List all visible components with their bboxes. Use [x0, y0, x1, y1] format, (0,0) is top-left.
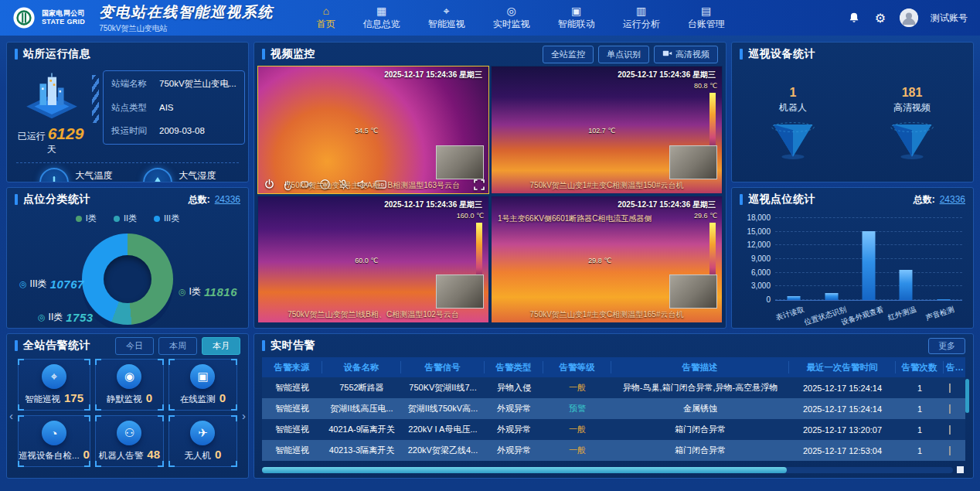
alarm-card[interactable]: ⌖ 智能巡视 175 [18, 359, 90, 411]
patrol-icon: ⌖ [444, 5, 450, 17]
alarm-thumbnail[interactable] [949, 446, 951, 455]
env-item: 大气湿度 37.3% [143, 168, 216, 182]
cards-prev-arrow[interactable]: ‹ [9, 409, 13, 422]
avatar[interactable] [900, 9, 918, 27]
thermometer-icon [39, 168, 69, 182]
feed-timestamp: 2025-12-17 15:24:36 星期三 [618, 199, 716, 210]
card-value: 175 [64, 391, 83, 404]
gear-icon[interactable]: ⚙ [873, 11, 887, 25]
video-feed-3[interactable]: 2025-12-17 15:24:36 星期三 160.0 ℃ 60.0 ℃ 7… [257, 196, 489, 324]
feed-pip-thumbnail[interactable] [436, 145, 484, 179]
more-button[interactable]: 更多 [928, 338, 965, 354]
table-row[interactable]: 智能巡视 40213-3隔离开关 220kV贺梁乙线4... 外观异常 一般 箱… [262, 440, 965, 461]
video-button-full-station[interactable]: 全站监控 [543, 46, 594, 63]
feed-pip-thumbnail[interactable] [669, 145, 717, 179]
column-header: 告警描述 [611, 361, 789, 373]
column-header: 告警来源 [262, 361, 322, 373]
table-row[interactable]: 智能巡视 贺湖II线高压电... 贺湖II线750kV高... 外观异常 预警 … [262, 398, 965, 419]
alarm-card[interactable]: ◉ 静默监视 0 [95, 359, 164, 411]
bell-icon[interactable] [847, 11, 861, 25]
column-header: 告警信号 [401, 361, 485, 373]
feed-scale-temp: 160.0 ℃ [457, 212, 484, 220]
feed-pip-thumbnail[interactable] [669, 274, 717, 309]
cell-desc: 异物-鸟巢,箱门闭合异常,异物-高空悬浮物 [611, 382, 789, 394]
field-value: 2009-03-08 [159, 125, 205, 137]
video-button-single-point[interactable]: 单点识别 [598, 46, 649, 63]
alarm-card[interactable]: ▣ 在线监测 0 [168, 359, 237, 411]
nav-item-run-analysis[interactable]: ▥ 运行分析 [620, 4, 663, 32]
card-label: 智能巡视 [25, 394, 60, 405]
cell-type: 异物入侵 [485, 382, 543, 394]
cell-source: 智能巡视 [262, 445, 322, 456]
nav-item-home[interactable]: ⌂ 首页 [314, 4, 339, 32]
nav-label: 运行分析 [623, 18, 660, 31]
card-label: 静默监视 [107, 394, 142, 405]
nav-item-smart-linkage[interactable]: ▣ 智能联动 [555, 4, 598, 32]
feed-timestamp: 2025-12-17 15:24:36 星期三 [384, 70, 482, 80]
bar-红外测温[interactable] [900, 270, 913, 300]
dashboard-grid: 站所运行信息 [0, 36, 980, 491]
card-label: 机器人告警 [99, 450, 144, 462]
cell-time: 2025-12-17 15:24:14 [789, 404, 896, 414]
total-count-link[interactable]: 24336 [940, 194, 965, 205]
callout-label: I类 [189, 285, 201, 298]
pyramid-icon [764, 116, 822, 162]
nav-item-info-overview[interactable]: ▦ 信息总览 [360, 4, 403, 32]
env-next-arrow[interactable]: › [240, 176, 243, 183]
cell-device: 7552断路器 [322, 382, 401, 394]
nav-item-smart-patrol[interactable]: ⌖ 智能巡视 [425, 4, 468, 32]
humidity-icon [143, 168, 172, 182]
feed-caption: 750kV贺兰山变2号主变A相、B相测温型163号云台 [258, 180, 488, 191]
bar-声音检测[interactable] [937, 299, 950, 300]
header-right: ⚙ 测试账号 [847, 9, 968, 27]
account-name[interactable]: 测试账号 [931, 12, 968, 25]
column-header: 最近一次告警时间 [789, 361, 896, 373]
monitor-icon: ◎ [507, 5, 516, 17]
legend-item[interactable]: III类 [154, 213, 179, 224]
tab-本月[interactable]: 本月 [202, 337, 240, 355]
feed-overlay-title: 1号主变66KV侧6601断路器C相电流互感器侧 [498, 213, 652, 224]
tab-今日[interactable]: 今日 [115, 337, 154, 355]
donut-chart [82, 234, 173, 325]
hscroll-thumb[interactable] [262, 467, 787, 473]
cards-next-arrow[interactable]: › [242, 409, 246, 422]
tab-本周[interactable]: 本周 [158, 337, 197, 355]
table-header-row: 告警来源设备名称告警信号告警类型告警等级告警描述最近一次告警时间告警次数告警图片 [262, 357, 965, 377]
nav-item-realtime-monitor[interactable]: ◎ 实时监视 [490, 4, 533, 32]
bar-位置状态识别[interactable] [825, 293, 838, 300]
total-count-link[interactable]: 24336 [215, 194, 240, 205]
video-button-hd-video[interactable]: 高清视频 [654, 46, 718, 63]
feed-caption: 750kV贺兰山变贺兰I线B相、C相测温型102号云台 [258, 309, 488, 320]
eye-icon: ◉ [117, 364, 141, 389]
video-feed-4[interactable]: 2025-12-17 15:24:36 星期三 1号主变66KV侧6601断路器… [491, 196, 723, 324]
legend-item[interactable]: I类 [76, 213, 97, 224]
donut-callout: ◎ III类 10767 [19, 278, 84, 291]
y-tick-label: 3,000 [737, 281, 771, 290]
alarm-card[interactable]: ⚇ 机器人告警 48 [95, 415, 164, 467]
feed-pip-thumbnail[interactable] [436, 274, 484, 309]
robot-icon: ⚇ [117, 421, 141, 445]
video-feed-1[interactable]: 2025-12-17 15:24:36 星期三 34.5 ℃ WHD 750kV… [257, 66, 489, 194]
panel-title: 站所运行信息 [15, 47, 90, 61]
alarm-thumbnail[interactable] [949, 384, 951, 393]
video-feed-2[interactable]: 2025-12-17 15:24:36 星期三 80.8 ℃ 102.7 ℃ 7… [491, 66, 723, 194]
bar-表计读取[interactable] [788, 296, 801, 300]
station-field: 投运时间 2009-03-08 [111, 125, 236, 137]
vertical-scrollbar-thumb[interactable] [965, 379, 969, 413]
table-row[interactable]: 智能巡视 4021A-9隔离开关 220kV I A母电压... 外观异常 一般… [262, 419, 965, 440]
alarm-card[interactable]: ◔ 巡视设备自检... 0 [18, 415, 90, 467]
alarm-card[interactable]: ✈ 无人机 0 [168, 415, 237, 467]
alarm-thumbnail[interactable] [949, 425, 951, 435]
nav-item-ledger-mgmt[interactable]: ▤ 台账管理 [685, 4, 728, 32]
legend-item[interactable]: II类 [114, 213, 137, 224]
pyramid-icon [883, 116, 941, 162]
table-row[interactable]: 智能巡视 7552断路器 750KV贺湖II线7... 异物入侵 一般 异物-鸟… [262, 377, 965, 398]
cell-device: 4021A-9隔离开关 [322, 424, 401, 435]
legend-dot [154, 216, 160, 222]
cell-type: 外观异常 [485, 403, 543, 414]
alarm-thumbnail[interactable] [949, 404, 951, 414]
gauge-icon: ◔ [42, 421, 66, 445]
env-prev-arrow[interactable]: ‹ [12, 176, 15, 183]
horizontal-scrollbar[interactable] [262, 467, 953, 473]
bar-设备外观查看[interactable] [863, 231, 876, 301]
